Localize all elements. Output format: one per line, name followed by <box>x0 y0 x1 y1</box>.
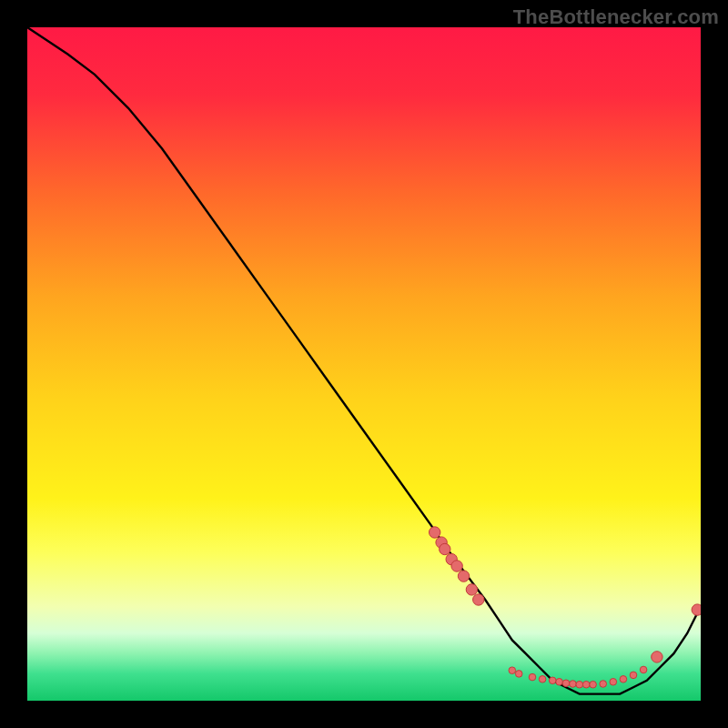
marker-point <box>630 672 637 679</box>
chart-svg <box>27 27 701 701</box>
marker-point <box>440 543 450 554</box>
marker-point <box>473 594 484 605</box>
marker-point <box>509 667 516 674</box>
marker-point <box>600 681 607 688</box>
marker-point <box>549 677 556 684</box>
marker-point <box>570 681 577 688</box>
watermark-text: TheBottlenecker.com <box>513 5 719 29</box>
marker-point <box>652 652 662 662</box>
chart-plot <box>27 27 701 701</box>
marker-point <box>582 681 590 688</box>
marker-point <box>458 571 469 581</box>
marker-point <box>620 676 627 683</box>
marker-point <box>576 681 583 688</box>
marker-point <box>556 678 563 685</box>
marker-point <box>692 604 701 615</box>
marker-point <box>515 671 522 678</box>
marker-point <box>430 527 440 538</box>
marker-point <box>451 561 462 571</box>
marker-point <box>466 584 477 595</box>
marker-point <box>610 678 617 685</box>
marker-point <box>562 680 570 687</box>
marker-point <box>590 681 597 688</box>
chart-frame: TheBottlenecker.com <box>0 0 728 728</box>
marker-point <box>539 676 546 683</box>
chart-background <box>27 27 701 701</box>
marker-point <box>640 666 647 673</box>
marker-point <box>529 673 536 681</box>
